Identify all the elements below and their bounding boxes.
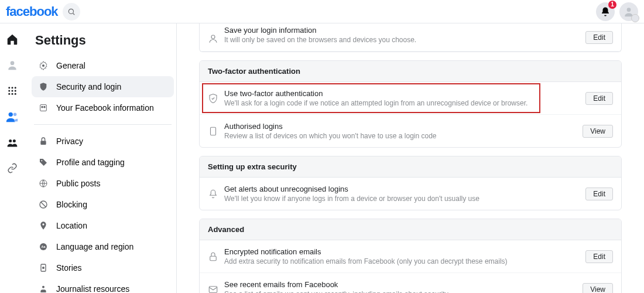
card-partial: Save your login information It will only…: [199, 23, 622, 52]
view-button[interactable]: View: [583, 283, 613, 294]
home-icon[interactable]: [6, 33, 19, 46]
svg-point-19: [44, 106, 46, 108]
row-body: Authorised logins Review a list of devic…: [224, 122, 576, 140]
info-icon: [37, 102, 49, 114]
edit-button[interactable]: Edit: [585, 31, 613, 44]
sidebar-item-label: Journalist resources: [56, 284, 129, 293]
people-icon[interactable]: [6, 110, 19, 123]
svg-point-14: [9, 139, 12, 142]
facebook-logo[interactable]: facebook: [6, 4, 58, 19]
svg-point-18: [42, 106, 43, 108]
row-title: Save your login information: [224, 26, 578, 35]
sidebar-item-public[interactable]: Public posts: [32, 173, 174, 194]
row-encrypted-emails[interactable]: Encrypted notification emails Add extra …: [200, 240, 621, 273]
sidebar-item-security[interactable]: Security and login: [32, 76, 174, 97]
sidebar-item-location[interactable]: Location: [32, 215, 174, 236]
grid-icon[interactable]: [6, 84, 19, 97]
lock-icon: [208, 251, 224, 262]
row-title: Get alerts about unrecognised logins: [224, 185, 578, 193]
sidebar-item-privacy[interactable]: Privacy: [32, 131, 174, 152]
row-alerts[interactable]: Get alerts about unrecognised logins We'…: [200, 178, 621, 210]
sidebar-item-label: Language and region: [56, 242, 133, 251]
svg-text:Aa: Aa: [42, 245, 46, 248]
shield-check-icon: [208, 93, 224, 104]
sidebar-item-label: Security and login: [56, 82, 121, 91]
svg-point-28: [43, 267, 44, 269]
section-header: Setting up extra security: [200, 156, 621, 178]
notification-badge: 1: [608, 1, 616, 9]
svg-point-2: [11, 61, 15, 65]
groups-icon[interactable]: [6, 136, 19, 149]
row-desc: We'll let you know if anyone logs in fro…: [224, 195, 578, 203]
svg-point-5: [15, 87, 16, 88]
shield-icon: [37, 81, 49, 93]
lock-icon: [37, 135, 49, 147]
main-content: Save your login information It will only…: [177, 23, 644, 293]
edit-button[interactable]: Edit: [585, 250, 613, 263]
svg-rect-17: [40, 105, 47, 111]
gear-icon: [37, 60, 49, 71]
svg-rect-31: [211, 127, 216, 135]
svg-rect-20: [40, 141, 46, 145]
svg-point-10: [12, 93, 13, 95]
bell-icon: [208, 189, 224, 199]
user-icon: [208, 33, 224, 44]
block-icon: [37, 199, 49, 210]
edit-button[interactable]: Edit: [585, 188, 613, 200]
row-authorised-logins[interactable]: Authorised logins Review a list of devic…: [200, 115, 621, 147]
row-desc: Review a list of devices on which you wo…: [224, 132, 576, 140]
avatar-icon[interactable]: [6, 59, 19, 71]
sidebar-item-label: Location: [56, 221, 87, 230]
svg-point-13: [13, 113, 17, 117]
search-button[interactable]: [63, 3, 80, 21]
sidebar-item-stories[interactable]: Stories: [32, 257, 174, 278]
sidebar-item-general[interactable]: General: [32, 55, 174, 76]
row-body: Use two-factor authentication We'll ask …: [224, 89, 578, 107]
row-desc: We'll ask for a login code if we notice …: [224, 99, 578, 107]
edit-button[interactable]: Edit: [585, 92, 613, 105]
row-use-2fa[interactable]: Use two-factor authentication We'll ask …: [200, 82, 621, 115]
link-icon[interactable]: [6, 162, 19, 175]
sidebar-item-language[interactable]: AaLanguage and region: [32, 236, 174, 257]
avatar-icon: [623, 6, 635, 18]
svg-point-0: [68, 9, 73, 13]
header: facebook 1: [0, 0, 644, 23]
row-body: Save your login information It will only…: [224, 26, 578, 44]
row-desc: See a list of emails we sent you recentl…: [224, 290, 576, 293]
left-rail: [0, 23, 25, 293]
device-icon: [208, 126, 224, 137]
row-recent-emails[interactable]: See recent emails from Facebook See a li…: [200, 273, 621, 293]
sidebar-item-profile[interactable]: Profile and tagging: [32, 152, 174, 173]
row-body: Get alerts about unrecognised logins We'…: [224, 185, 578, 203]
row-title: Authorised logins: [224, 122, 576, 131]
sidebar-item-label: General: [56, 61, 85, 70]
row-body: See recent emails from Facebook See a li…: [224, 280, 576, 293]
section-extra-security: Setting up extra security Get alerts abo…: [199, 156, 622, 210]
sidebar-item-label: Blocking: [56, 200, 87, 209]
row-save-login[interactable]: Save your login information It will only…: [200, 23, 621, 52]
svg-rect-33: [209, 286, 217, 292]
sidebar-item-journalist[interactable]: Journalist resources: [32, 278, 174, 293]
divider: [34, 124, 172, 125]
mail-icon: [208, 284, 224, 294]
journalist-icon: [37, 283, 49, 293]
view-button[interactable]: View: [583, 125, 613, 138]
globe-icon: [37, 178, 49, 189]
account-button[interactable]: [619, 2, 638, 21]
sidebar-item-blocking[interactable]: Blocking: [32, 194, 174, 215]
row-body: Encrypted notification emails Add extra …: [224, 247, 578, 265]
svg-point-24: [42, 223, 44, 225]
svg-point-3: [8, 87, 10, 88]
row-desc: Add extra security to notification email…: [224, 257, 578, 265]
svg-point-4: [12, 87, 13, 88]
svg-rect-32: [210, 256, 217, 261]
bell-icon: [600, 6, 611, 17]
header-left: facebook: [6, 3, 80, 21]
notifications-button[interactable]: 1: [596, 2, 615, 21]
section-header: Two-factor authentication: [200, 61, 621, 82]
svg-point-12: [9, 113, 13, 117]
stories-icon: [37, 262, 49, 274]
svg-point-21: [41, 160, 42, 161]
svg-point-1: [627, 8, 631, 12]
sidebar-item-info[interactable]: Your Facebook information: [32, 97, 174, 118]
